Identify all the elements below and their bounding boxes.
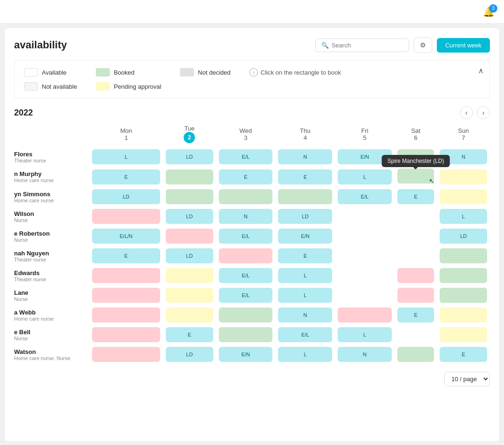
shift-cell[interactable]: E/L [335,187,395,207]
shift-cell[interactable] [437,325,490,345]
shift-cell[interactable]: E/N [216,345,276,364]
shift-cell[interactable] [335,207,395,226]
shift-block[interactable]: ↖ [397,169,434,184]
shift-block[interactable] [397,149,434,164]
shift-cell[interactable] [275,187,335,207]
shift-cell[interactable]: E/L [216,147,276,167]
shift-block[interactable]: LD [166,209,213,224]
shift-cell[interactable] [163,226,216,246]
shift-block[interactable]: E [92,169,160,184]
shift-cell[interactable]: N [275,147,335,167]
shift-block[interactable]: LD [166,248,213,263]
shift-block[interactable]: E/L [219,229,273,244]
shift-cell[interactable] [437,246,490,266]
shift-cell[interactable] [395,207,437,226]
next-week-button[interactable]: › [477,106,490,119]
shift-block[interactable] [219,189,273,204]
shift-cell[interactable]: E [395,305,437,325]
shift-block[interactable] [338,288,392,303]
shift-block[interactable] [92,209,160,224]
shift-block[interactable]: N [338,347,392,362]
shift-block[interactable] [92,347,160,362]
shift-block[interactable]: E [92,248,160,263]
shift-cell[interactable]: E [89,167,163,187]
shift-block[interactable]: E [166,327,213,342]
shift-block[interactable] [397,288,434,303]
shift-cell[interactable]: L [335,167,395,187]
shift-cell[interactable]: L [275,285,335,305]
shift-cell[interactable] [395,266,437,285]
shift-cell[interactable] [437,187,490,207]
shift-block[interactable]: E [278,248,332,263]
shift-block[interactable] [92,307,160,322]
shift-block[interactable]: LD [166,347,213,362]
shift-cell[interactable] [395,285,437,305]
shift-block[interactable] [440,307,487,322]
shift-cell[interactable] [163,305,216,325]
shift-cell[interactable]: E/L [216,285,276,305]
shift-cell[interactable] [395,226,437,246]
shift-block[interactable]: E/L [219,268,273,283]
shift-block[interactable] [397,268,434,283]
shift-cell[interactable]: LD [275,207,335,226]
shift-block[interactable] [338,248,392,263]
shift-block[interactable]: L [92,149,160,164]
shift-block[interactable] [440,248,487,263]
shift-block[interactable]: E/N [219,347,273,362]
shift-cell[interactable] [437,167,490,187]
shift-cell[interactable] [163,266,216,285]
shift-cell[interactable] [216,305,276,325]
shift-cell[interactable] [89,305,163,325]
shift-cell[interactable] [89,266,163,285]
shift-cell[interactable] [335,226,395,246]
shift-cell[interactable] [437,266,490,285]
shift-block[interactable] [397,209,434,224]
shift-cell[interactable] [216,187,276,207]
shift-block[interactable] [166,268,213,283]
shift-block[interactable]: L [278,347,332,362]
shift-block[interactable] [397,248,434,263]
shift-block[interactable]: E/L [219,288,273,303]
shift-cell[interactable]: E [275,167,335,187]
shift-cell[interactable] [395,325,437,345]
shift-block[interactable]: LD [166,149,213,164]
shift-cell[interactable] [163,187,216,207]
shift-block[interactable] [166,169,213,184]
legend-collapse-button[interactable]: ∧ [478,66,484,75]
shift-block[interactable]: L [338,327,392,342]
shift-cell[interactable]: LD [163,147,216,167]
shift-cell[interactable]: L [275,266,335,285]
current-week-button[interactable]: Current week [437,38,490,53]
shift-block[interactable]: E/L [278,327,332,342]
shift-block[interactable] [440,169,487,184]
shift-block[interactable]: L [440,209,487,224]
shift-block[interactable]: E/L [219,149,273,164]
shift-block[interactable]: LD [440,229,487,244]
shift-cell[interactable]: N [437,147,490,167]
shift-block[interactable] [166,189,213,204]
shift-cell[interactable] [216,246,276,266]
shift-cell[interactable]: E/L [216,266,276,285]
shift-block[interactable]: E [219,169,273,184]
shift-block[interactable] [440,327,487,342]
shift-block[interactable] [219,248,273,263]
shift-block[interactable] [166,288,213,303]
shift-cell[interactable]: N [335,345,395,364]
shift-block[interactable] [397,327,434,342]
shift-cell[interactable]: E [216,167,276,187]
shift-block[interactable]: E/L/N [92,229,160,244]
shift-block[interactable] [166,229,213,244]
shift-cell[interactable] [89,285,163,305]
shift-cell[interactable] [395,246,437,266]
shift-block[interactable] [338,307,392,322]
shift-cell[interactable]: E/L/N [89,226,163,246]
shift-cell[interactable]: ↖ Spire Manchester (LD) [395,167,437,187]
shift-cell[interactable]: N [216,207,276,226]
shift-cell[interactable]: LD [163,345,216,364]
shift-cell[interactable]: E [395,187,437,207]
shift-block[interactable] [92,288,160,303]
page-size-select[interactable]: 10 / page 20 / page 50 / page [444,372,490,386]
shift-cell[interactable] [335,305,395,325]
search-input[interactable] [332,42,403,49]
shift-cell[interactable] [216,325,276,345]
